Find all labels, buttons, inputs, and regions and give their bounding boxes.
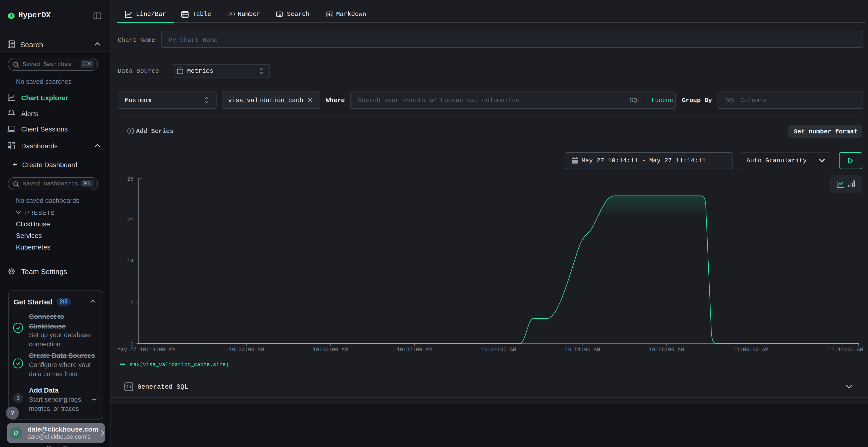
svg-text:10:51:00 AM: 10:51:00 AM	[565, 347, 600, 353]
svg-text:10:30:00 AM: 10:30:00 AM	[313, 347, 348, 353]
svg-text:0: 0	[130, 341, 133, 347]
svg-text:7: 7	[130, 300, 133, 306]
svg-text:max(visa_validation_cache.size: max(visa_validation_cache.size)	[130, 362, 229, 368]
svg-text:11:05:00 AM: 11:05:00 AM	[733, 347, 768, 353]
svg-text:11:14:00 AM: 11:14:00 AM	[828, 347, 863, 353]
svg-text:10:23:00 AM: 10:23:00 AM	[229, 347, 264, 353]
svg-text:21: 21	[127, 217, 133, 223]
svg-text:May 27 10:14:00 AM: May 27 10:14:00 AM	[117, 347, 175, 353]
svg-text:28: 28	[127, 176, 133, 182]
svg-text:14: 14	[127, 258, 133, 264]
svg-text:10:37:00 AM: 10:37:00 AM	[397, 347, 432, 353]
svg-text:10:58:00 AM: 10:58:00 AM	[649, 347, 684, 353]
svg-text:10:44:00 AM: 10:44:00 AM	[481, 347, 516, 353]
